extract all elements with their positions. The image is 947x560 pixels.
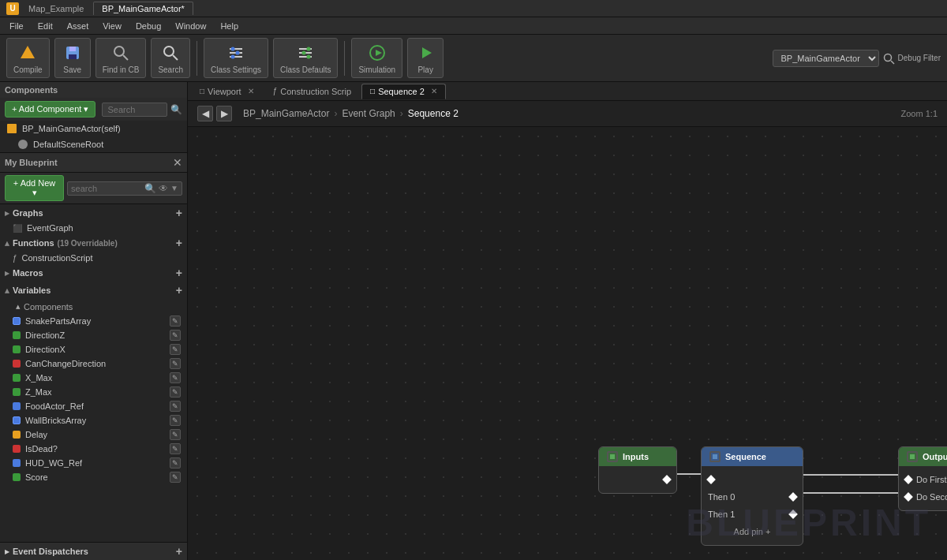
node-sequence-header: Sequence xyxy=(702,447,803,466)
event-graph-item[interactable]: ⬛ EventGraph xyxy=(0,222,187,234)
node-outputs-title: Outputs xyxy=(923,452,947,461)
sequence-then1-out-pin[interactable] xyxy=(788,510,797,518)
var-z-max-edit[interactable]: ✎ xyxy=(170,386,181,398)
var-food-actor[interactable]: FoodActor_Ref ✎ xyxy=(0,399,187,413)
variables-add-button[interactable]: + xyxy=(176,284,182,297)
construction-script-item[interactable]: ƒ ConstructionScript xyxy=(0,252,187,264)
graphs-add-button[interactable]: + xyxy=(176,207,182,219)
var-is-dead-edit[interactable]: ✎ xyxy=(170,443,181,454)
blueprint-close[interactable]: ✕ xyxy=(173,156,182,169)
search-button[interactable]: Search xyxy=(151,38,190,78)
var-can-change-icon xyxy=(13,360,21,368)
var-snake-parts-label: SnakePartsArray xyxy=(25,316,91,326)
var-x-max[interactable]: X_Max ✎ xyxy=(0,371,187,385)
svg-rect-3 xyxy=(69,54,77,59)
variables-header[interactable]: ▴ Variables + xyxy=(0,282,187,299)
event-dispatchers-add[interactable]: + xyxy=(176,545,182,558)
tab-viewport[interactable]: □ Viewport ✕ xyxy=(191,84,263,99)
eye-icon[interactable]: 👁 xyxy=(159,183,168,194)
titlebar: U Map_Example BP_MainGameActor* xyxy=(0,0,947,17)
add-new-button[interactable]: + Add New ▾ xyxy=(5,175,64,201)
play-label: Play xyxy=(417,65,432,74)
functions-section: ▴ Functions (19 Overridable) + ƒ Constru… xyxy=(0,234,187,264)
class-defaults-button[interactable]: Class Defaults xyxy=(273,38,338,78)
menu-help[interactable]: Help xyxy=(214,20,245,32)
components-search-input[interactable] xyxy=(102,103,167,117)
var-delay[interactable]: Delay ✎ xyxy=(0,427,187,442)
breadcrumb-event-graph[interactable]: Event Graph xyxy=(342,108,395,119)
simulation-button[interactable]: Simulation xyxy=(351,38,402,78)
debug-search-icon[interactable] xyxy=(882,52,895,65)
tab-construction[interactable]: ƒ Construction Scrip xyxy=(264,84,360,99)
add-component-button[interactable]: + Add Component ▾ xyxy=(5,101,95,118)
tab-sequence2-close[interactable]: ✕ xyxy=(431,87,437,95)
class-settings-button[interactable]: Class Settings xyxy=(204,38,268,78)
menu-debug[interactable]: Debug xyxy=(129,20,167,32)
inputs-exec-out-pin[interactable] xyxy=(662,475,671,483)
tab-sequence2[interactable]: □ Sequence 2 ✕ xyxy=(361,84,446,99)
debug-target-select[interactable]: BP_MainGameActor xyxy=(773,50,879,67)
macros-header[interactable]: ▸ Macros + xyxy=(0,264,187,282)
graphs-header[interactable]: ▸ Graphs + xyxy=(0,204,187,222)
blueprint-search-input[interactable] xyxy=(71,184,142,193)
blueprint-canvas[interactable]: Inputs Sequence xyxy=(188,127,947,560)
inputs-node-icon xyxy=(607,451,618,462)
var-x-max-edit[interactable]: ✎ xyxy=(170,372,181,383)
var-direction-z-edit[interactable]: ✎ xyxy=(170,330,181,341)
find-in-cb-button[interactable]: Find in CB xyxy=(95,38,147,78)
filter-icon[interactable]: ▼ xyxy=(170,184,178,192)
outputs-do-first-in-pin[interactable] xyxy=(904,475,912,483)
var-can-change[interactable]: CanChangeDirection ✎ xyxy=(0,357,187,371)
var-direction-x-edit[interactable]: ✎ xyxy=(170,344,181,355)
var-can-change-edit[interactable]: ✎ xyxy=(170,358,181,369)
macros-add-button[interactable]: + xyxy=(176,267,182,279)
functions-add-button[interactable]: + xyxy=(176,237,182,249)
var-score[interactable]: Score ✎ xyxy=(0,470,187,484)
var-direction-z[interactable]: DirectionZ ✎ xyxy=(0,328,187,342)
var-wall-bricks[interactable]: WallBricksArray ✎ xyxy=(0,413,187,427)
var-hud-wg[interactable]: HUD_WG_Ref ✎ xyxy=(0,456,187,470)
sequence-add-pin-button[interactable]: Add pin + xyxy=(734,527,771,536)
var-score-edit[interactable]: ✎ xyxy=(170,472,181,483)
var-wall-bricks-edit[interactable]: ✎ xyxy=(170,415,181,426)
nav-back-button[interactable]: ◀ xyxy=(197,106,213,121)
nav-forward-button[interactable]: ▶ xyxy=(216,106,232,121)
outputs-do-second-in-pin[interactable] xyxy=(904,492,912,501)
save-button[interactable]: Save xyxy=(54,38,91,78)
compile-button[interactable]: Compile xyxy=(6,38,50,78)
var-snake-parts-edit[interactable]: ✎ xyxy=(170,315,181,327)
self-item[interactable]: BP_MainGameActor(self) xyxy=(0,121,187,136)
components-title: Components xyxy=(5,85,182,95)
root-icon xyxy=(17,139,28,150)
components-subsection[interactable]: ▴ Components xyxy=(0,299,187,314)
breadcrumb-sequence2[interactable]: Sequence 2 xyxy=(408,108,459,119)
sequence-exec-in-pin[interactable] xyxy=(706,475,715,483)
var-z-max[interactable]: Z_Max ✎ xyxy=(0,385,187,399)
menu-file[interactable]: File xyxy=(3,20,30,32)
svg-line-5 xyxy=(123,55,128,60)
var-hud-wg-edit[interactable]: ✎ xyxy=(170,457,181,469)
var-direction-x[interactable]: DirectionX ✎ xyxy=(0,342,187,357)
menu-window[interactable]: Window xyxy=(169,20,212,32)
tab-viewport-close[interactable]: ✕ xyxy=(248,87,254,95)
menu-edit[interactable]: Edit xyxy=(32,20,59,32)
play-button[interactable]: Play xyxy=(407,38,444,78)
var-food-actor-edit[interactable]: ✎ xyxy=(170,401,181,412)
sequence-then0-out-pin[interactable] xyxy=(788,492,797,501)
components-header: Components xyxy=(0,82,187,98)
default-scene-root-item[interactable]: DefaultSceneRoot xyxy=(0,136,187,152)
active-tab[interactable]: BP_MainGameActor* xyxy=(93,2,193,15)
var-snake-parts[interactable]: SnakePartsArray ✎ xyxy=(0,314,187,328)
var-is-dead[interactable]: IsDead? ✎ xyxy=(0,442,187,456)
node-inputs[interactable]: Inputs xyxy=(598,446,677,494)
breadcrumb-bp[interactable]: BP_MainGameActor xyxy=(243,108,329,119)
node-outputs[interactable]: Outputs Do First Do Second xyxy=(898,446,947,511)
node-sequence[interactable]: Sequence Then 0 Then 1 Add pin xyxy=(701,446,803,546)
menu-asset[interactable]: Asset xyxy=(61,20,95,32)
menu-view[interactable]: View xyxy=(96,20,128,32)
var-delay-edit[interactable]: ✎ xyxy=(170,429,181,440)
var-is-dead-label: IsDead? xyxy=(25,444,58,454)
functions-header[interactable]: ▴ Functions (19 Overridable) + xyxy=(0,234,187,252)
event-dispatchers-section[interactable]: ▸ Event Dispatchers + xyxy=(0,542,187,560)
var-hud-wg-label: HUD_WG_Ref xyxy=(25,458,82,468)
